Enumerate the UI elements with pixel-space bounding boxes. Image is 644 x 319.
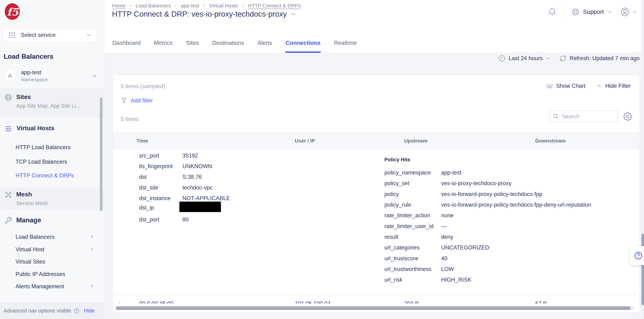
svg-text:?: ? — [76, 310, 78, 312]
settings-button[interactable] — [623, 112, 632, 121]
hide-nav-link[interactable]: Hide — [84, 308, 95, 314]
tab-metrics[interactable]: Metrics — [154, 33, 173, 53]
search-input[interactable] — [562, 113, 615, 120]
breadcrumb-virtual-hosts[interactable]: Virtual Hosts — [209, 3, 238, 9]
sidebar-item-manage-virtual-sites[interactable]: Virtual Sites — [16, 258, 45, 265]
policy-value: LOW — [441, 266, 454, 272]
breadcrumb-app-test[interactable]: app-test — [181, 3, 199, 9]
chevron-right-icon — [89, 234, 95, 239]
column-header-downstream[interactable]: Downstream — [535, 138, 566, 144]
row-downstream: 57 B — [535, 300, 547, 304]
sidebar-group-virtual-hosts: Virtual Hosts HTTP Load Balancers TCP Lo… — [0, 117, 104, 188]
sidebar-group-sites[interactable]: Sites App Site Map, App Site Li... — [0, 88, 104, 117]
refresh-button[interactable]: Refresh: Updated 7 min ago — [559, 54, 640, 62]
account-menu[interactable] — [620, 7, 638, 17]
sidebar-heading: Load Balancers — [4, 53, 54, 60]
policy-value: app-test — [441, 170, 461, 176]
time-range-dropdown[interactable]: Last 24 hours — [498, 54, 550, 62]
page-title: HTTP Connect & DRP: ves-io-proxy-techdoc… — [112, 10, 287, 18]
breadcrumb-separator-icon — [202, 4, 206, 8]
detail-value: NOT-APPLICABLE — [182, 195, 230, 202]
sidebar-item-tcp-load-balancers[interactable]: TCP Load Balancers — [16, 158, 67, 165]
vertical-scrollbar — [641, 0, 644, 319]
funnel-icon — [121, 97, 128, 104]
horizontal-scrollbar — [116, 306, 635, 310]
table-header: Time User / IP Upstream Downstream — [113, 132, 640, 150]
policy-key: result — [384, 234, 398, 240]
mesh-icon — [4, 191, 12, 199]
detail-key: dst — [139, 174, 146, 180]
items-count-label: 5 items — [121, 116, 139, 122]
namespace-selector[interactable]: A app-test Namespace — [0, 66, 104, 85]
add-filter-button[interactable]: Add filter — [121, 97, 153, 104]
policy-value: — — [441, 223, 447, 230]
chevron-down-icon — [545, 56, 550, 61]
f5-logo[interactable]: f5 — [3, 2, 21, 20]
policy-key: policy_rule — [384, 202, 411, 208]
breadcrumb-home[interactable]: Home — [112, 3, 126, 9]
sidebar-scrollbar[interactable] — [100, 98, 102, 211]
help-button[interactable] — [630, 246, 644, 265]
select-service-dropdown[interactable]: Select service — [4, 28, 96, 42]
support-menu[interactable]: Support — [572, 8, 612, 16]
column-header-user-ip[interactable]: User / IP — [295, 138, 315, 144]
table-row[interactable]: › 00.0 00:45:00 101.05.100.04 204 B 57 B — [113, 297, 640, 304]
tab-destinations[interactable]: Destinations — [212, 33, 244, 53]
column-header-time[interactable]: Time — [136, 138, 148, 144]
policy-value: UNCATEGORIZED — [441, 244, 489, 251]
sidebar-group-subtitle: Service Mesh — [16, 200, 48, 206]
time-controls: Last 24 hours Refresh: Updated 7 min ago — [498, 54, 640, 62]
sidebar-group-virtual-hosts-header[interactable]: Virtual Hosts — [0, 118, 104, 133]
policy-value: 40 — [441, 255, 447, 262]
sidebar-item-http-connect-drps[interactable]: HTTP Connect & DRPs — [16, 172, 74, 179]
sidebar-group-manage-header[interactable]: Manage — [0, 210, 104, 224]
policy-hits-title: Policy Hits — [384, 157, 410, 162]
grid-icon — [8, 31, 16, 39]
sidebar-footer: Advanced nav options visible ? Hide — [0, 302, 104, 319]
breadcrumb-load-balancers[interactable]: Load Balancers — [136, 3, 171, 9]
show-chart-button[interactable]: Show Chart — [546, 82, 586, 90]
page-header: Home Load Balancers app-test Virtual Hos… — [104, 0, 644, 53]
horizontal-scrollbar-thumb[interactable] — [116, 306, 631, 310]
detail-key: dst_instance — [139, 195, 170, 202]
sidebar-group-title: Mesh — [16, 191, 48, 198]
breadcrumb-http-connect-drps[interactable]: HTTP Connect & DRPs — [248, 3, 301, 9]
chevron-down-icon[interactable] — [290, 11, 296, 17]
sidebar-item-manage-virtual-host[interactable]: Virtual Host — [16, 246, 44, 253]
sidebar-item-manage-load-balancers[interactable]: Load Balancers — [16, 234, 54, 240]
detail-key: src_port — [139, 152, 159, 159]
sidebar-group-subtitle: App Site Map, App Site Li... — [16, 103, 80, 109]
detail-value: 80 — [182, 216, 188, 223]
policy-value: ves-io-forward-proxy-policy-techdocs-fpp — [441, 191, 542, 198]
tab-dashboard[interactable]: Dashboard — [112, 33, 141, 53]
add-filter-label: Add filter — [131, 97, 153, 104]
lifebuoy-icon — [572, 8, 580, 16]
help-circle-icon[interactable]: ? — [74, 308, 80, 314]
chevron-down-icon — [607, 9, 612, 15]
column-header-upstream[interactable]: Upstream — [404, 138, 428, 144]
sidebar-item-manage-public-ip[interactable]: Public IP Addresses — [16, 271, 65, 278]
wrench-icon — [4, 216, 12, 224]
sidebar-group-mesh[interactable]: Mesh Service Mesh — [0, 188, 104, 210]
row-expand-caret-icon[interactable]: › — [119, 300, 121, 304]
tab-sites[interactable]: Sites — [186, 33, 199, 53]
breadcrumb-separator-icon — [241, 4, 245, 8]
chevron-down-icon — [92, 73, 98, 79]
refresh-icon — [559, 54, 567, 62]
notifications-bell-icon[interactable] — [548, 7, 557, 17]
tab-connections[interactable]: Connections — [285, 33, 321, 53]
policy-key: rate_limiter_user_id — [384, 223, 434, 230]
vertical-scrollbar-thumb[interactable] — [642, 234, 644, 305]
detail-value: 35192 — [182, 152, 198, 159]
tab-alerts[interactable]: Alerts — [257, 33, 272, 53]
sidebar-item-manage-alerts[interactable]: Alerts Management — [16, 283, 64, 290]
gear-icon — [623, 112, 632, 121]
items-sampled-label: 5 items (sampled) — [121, 83, 165, 90]
search-icon — [553, 113, 559, 120]
hide-filter-button[interactable]: Hide Filter — [596, 82, 631, 90]
sidebar-item-http-load-balancers[interactable]: HTTP Load Balancers — [16, 144, 70, 151]
policy-value: none — [441, 212, 454, 219]
breadcrumb: Home Load Balancers app-test Virtual Hos… — [112, 3, 301, 9]
tab-realtime[interactable]: Realtime — [334, 33, 357, 53]
policy-key: policy_set — [384, 180, 409, 186]
